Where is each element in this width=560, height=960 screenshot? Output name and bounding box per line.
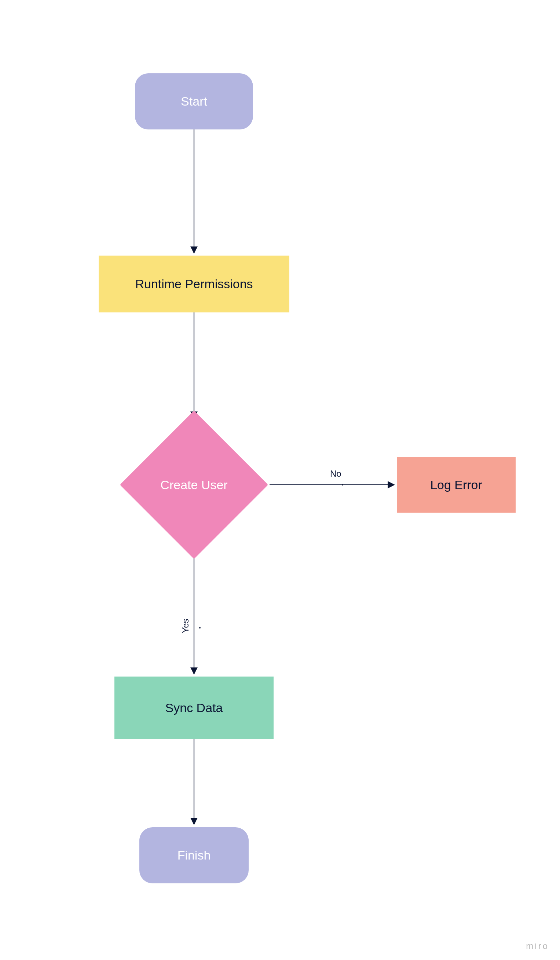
finish-label: Finish (178, 848, 211, 862)
runtime-permissions-node[interactable]: Runtime Permissions (99, 256, 290, 312)
sync-data-node[interactable]: Sync Data (114, 677, 274, 739)
miro-watermark: miro (526, 941, 549, 951)
flowchart-canvas: Start Runtime Permissions Create User Lo… (0, 0, 560, 960)
create-user-node[interactable]: Create User (142, 432, 246, 537)
svg-point-6 (199, 627, 201, 629)
runtime-permissions-label: Runtime Permissions (135, 277, 253, 291)
sync-data-label: Sync Data (165, 701, 223, 715)
edge-label-yes: Yes (181, 619, 191, 633)
finish-node[interactable]: Finish (139, 827, 249, 883)
log-error-node[interactable]: Log Error (397, 457, 516, 513)
svg-point-5 (342, 484, 343, 485)
log-error-label: Log Error (430, 478, 482, 492)
start-label: Start (181, 94, 207, 109)
edge-label-no: No (330, 469, 341, 479)
start-node[interactable]: Start (135, 74, 253, 130)
create-user-label: Create User (160, 478, 227, 492)
